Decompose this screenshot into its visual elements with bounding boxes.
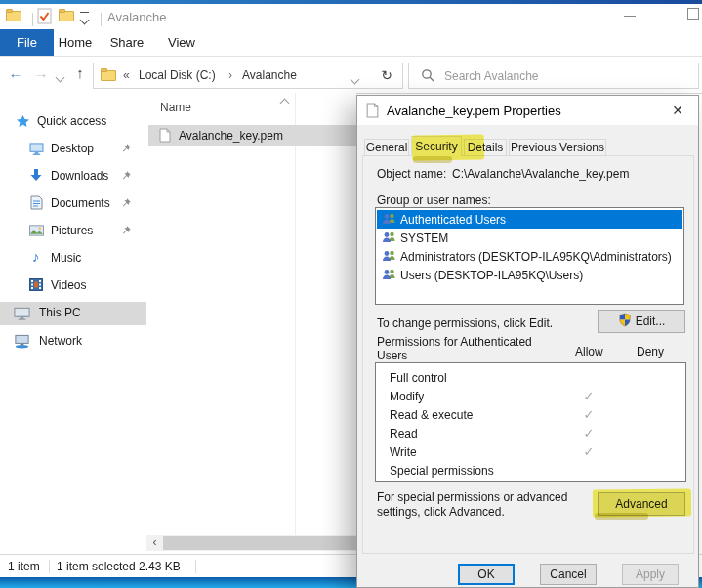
sidebar-item-videos[interactable]: Videos [0, 274, 146, 298]
sidebar-item-downloads[interactable]: Downloads [0, 165, 146, 189]
groups-label: Group or user names: [377, 193, 491, 207]
forward-button[interactable]: → [29, 62, 53, 85]
dialog-title-bar: Avalanche_key.pem Properties ✕ [357, 96, 698, 125]
group-row-authenticated-users[interactable]: Authenticated Users [377, 210, 682, 229]
sidebar-item-desktop[interactable]: Desktop [0, 138, 146, 161]
sort-ascending-chevron-icon [281, 96, 288, 109]
this-pc-icon [14, 307, 30, 323]
groups-listbox: Authenticated Users SYSTEM Administrator… [375, 207, 684, 305]
breadcrumb-drive[interactable]: Local Disk (C:) [139, 64, 216, 87]
edit-hint: To change permissions, click Edit. [377, 316, 553, 330]
sidebar-label: Quick access [37, 114, 106, 128]
file-name: Avalanche_key.pem [179, 129, 283, 143]
advanced-hint: For special permissions or advanced sett… [377, 490, 606, 520]
permission-row-write: Write ✓ [377, 442, 684, 461]
music-icon: ♪ [32, 248, 40, 265]
permission-name: Special permissions [390, 464, 494, 478]
group-row-system[interactable]: SYSTEM [377, 229, 682, 247]
search-box[interactable] [408, 63, 699, 89]
status-separator [49, 560, 50, 573]
horizontal-scrollbar[interactable]: ‹ [146, 535, 356, 551]
sidebar-item-this-pc[interactable]: This PC [0, 302, 146, 325]
object-name-value: C:\Avalanche\Avalanche_key.pem [452, 167, 629, 181]
dialog-tab-details[interactable]: Details [464, 139, 507, 156]
dialog-tab-general[interactable]: General [364, 139, 409, 156]
allow-column-header: Allow [575, 345, 603, 358]
tab-home[interactable]: Home [56, 29, 95, 56]
address-bar[interactable]: « Local Disk (C:) › Avalanche [93, 63, 374, 89]
dialog-file-icon [366, 103, 379, 121]
group-name: Authenticated Users [400, 213, 506, 227]
sidebar-label: Pictures [51, 224, 93, 237]
tab-view[interactable]: View [162, 29, 201, 56]
scroll-left-arrow[interactable]: ‹ [146, 535, 163, 551]
name-column-header[interactable]: Name [160, 101, 191, 114]
selection-count: 1 item selected [57, 560, 136, 573]
sidebar-label: This PC [39, 306, 81, 319]
sidebar-item-pictures[interactable]: Pictures [0, 220, 146, 243]
address-folder-icon [101, 68, 116, 84]
file-row-selected[interactable]: Avalanche_key.pem [148, 125, 356, 146]
address-dropdown-chevron-icon[interactable] [351, 72, 358, 86]
dialog-tab-previous-versions[interactable]: Previous Versions [509, 139, 606, 156]
maximize-button[interactable] [679, 6, 702, 25]
videos-icon [29, 278, 43, 294]
desktop-icon [29, 143, 44, 158]
deny-column-header: Deny [637, 345, 664, 358]
back-button[interactable]: ← [4, 62, 27, 85]
apply-button[interactable]: Apply [622, 564, 679, 585]
navigation-pane: Quick access Desktop Downloads Docume [0, 93, 146, 554]
permission-row-read-execute: Read & execute ✓ [377, 405, 684, 424]
users-group-icon [382, 269, 397, 281]
sidebar-label: Documents [51, 196, 110, 210]
file-list-pane: Name Avalanche_key.pem ‹ [146, 93, 356, 554]
dialog-title: Avalanche_key.pem Properties [387, 104, 561, 118]
permission-row-full-control: Full control [377, 368, 684, 387]
pictures-icon [29, 225, 44, 239]
permissions-label: Permissions for Authenticated Users [377, 335, 557, 362]
advanced-button[interactable]: Advanced [598, 492, 685, 516]
title-bar: Avalanche — [0, 4, 702, 29]
tab-file[interactable]: File [0, 29, 54, 56]
app-folder-icon[interactable] [6, 9, 21, 24]
sidebar-item-network[interactable]: Network [0, 330, 146, 354]
sidebar-item-music[interactable]: ♪ Music [0, 247, 146, 271]
breadcrumb-folder[interactable]: Avalanche [242, 64, 297, 87]
window-title: Avalanche [107, 10, 166, 24]
recent-locations-chevron-icon[interactable] [57, 70, 63, 84]
group-name: Administrators (DESKTOP-ILA95KQ\Administ… [400, 250, 672, 264]
up-button[interactable]: ↑ [68, 62, 92, 85]
group-row-administrators[interactable]: Administrators (DESKTOP-ILA95KQ\Administ… [377, 247, 682, 266]
dialog-close-icon[interactable]: ✕ [665, 101, 690, 120]
sidebar-label: Desktop [51, 142, 94, 155]
cancel-button[interactable]: Cancel [540, 564, 597, 585]
permission-name: Full control [390, 371, 447, 385]
qat-separator [32, 13, 33, 26]
ok-button[interactable]: OK [458, 564, 515, 585]
refresh-button[interactable]: ↻ [371, 63, 403, 89]
ribbon-tab-row: File Home Share View [0, 29, 702, 57]
properties-check-icon[interactable] [37, 8, 52, 27]
tab-share[interactable]: Share [107, 29, 146, 56]
selection-size: 2.43 KB [139, 560, 181, 573]
permission-row-read: Read ✓ [377, 424, 684, 442]
sidebar-item-documents[interactable]: Documents [0, 192, 146, 216]
edit-button[interactable]: Edit... [598, 310, 685, 333]
allow-checkmark: ✓ [577, 389, 600, 403]
minimize-button[interactable]: — [615, 6, 644, 25]
permission-row-modify: Modify ✓ [377, 387, 684, 405]
scrollbar-thumb[interactable] [163, 536, 356, 550]
group-row-users[interactable]: Users (DESKTOP-ILA95KQ\Users) [377, 266, 682, 284]
sidebar-label: Videos [51, 278, 86, 292]
breadcrumb-root-chevron[interactable]: « [123, 64, 130, 87]
sidebar-item-quick-access[interactable]: Quick access [0, 110, 146, 134]
qat-folder-icon[interactable] [59, 9, 74, 24]
documents-icon [30, 195, 43, 213]
qat-customize-icon[interactable] [80, 12, 90, 26]
permission-name: Read [390, 427, 418, 441]
search-input[interactable] [442, 64, 690, 87]
object-name-label: Object name: [377, 167, 446, 181]
dialog-tab-security[interactable]: Security [411, 136, 462, 156]
pin-icon [120, 197, 133, 210]
properties-dialog: Avalanche_key.pem Properties ✕ General S… [356, 95, 699, 588]
